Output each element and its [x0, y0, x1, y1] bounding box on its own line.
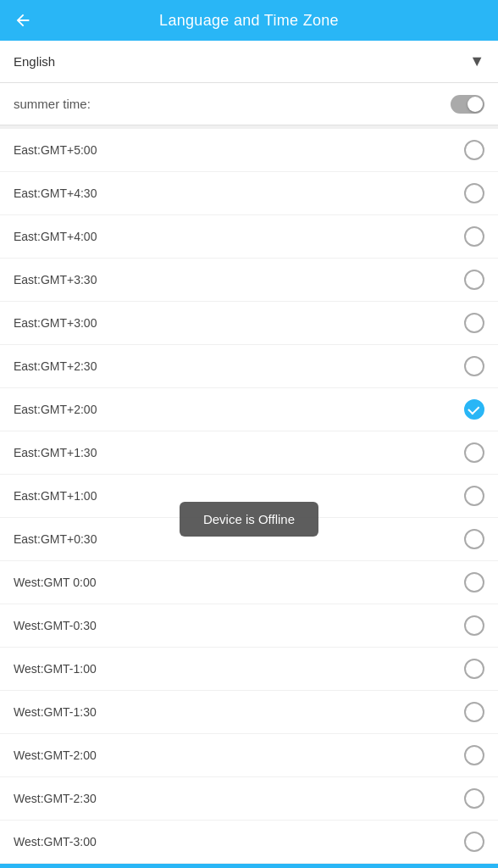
radio-button	[464, 270, 484, 290]
radio-button	[464, 572, 484, 593]
header: Language and Time Zone	[0, 0, 498, 41]
timezone-item[interactable]: West:GMT-1:30	[0, 691, 498, 733]
radio-button	[464, 183, 484, 203]
radio-button	[464, 615, 484, 636]
toggle-knob	[468, 97, 483, 112]
timezone-item[interactable]: East:GMT+5:00	[0, 129, 498, 171]
radio-button	[464, 659, 484, 679]
timezone-list: East:GMT+5:00East:GMT+4:30East:GMT+4:00E…	[0, 129, 498, 863]
timezone-label: West:GMT 0:00	[14, 576, 97, 589]
radio-button	[464, 356, 484, 376]
timezone-label: East:GMT+0:30	[14, 532, 97, 546]
radio-button	[464, 788, 484, 809]
back-button[interactable]	[14, 11, 32, 30]
footer: OK	[0, 864, 498, 868]
timezone-label: East:GMT+1:00	[14, 489, 97, 503]
timezone-item[interactable]: East:GMT+0:30	[0, 518, 498, 560]
radio-button	[464, 702, 484, 722]
summer-time-toggle[interactable]	[451, 95, 484, 114]
timezone-label: West:GMT-1:00	[14, 662, 97, 676]
timezone-label: East:GMT+1:30	[14, 446, 97, 459]
timezone-item[interactable]: East:GMT+4:30	[0, 172, 498, 214]
radio-button	[464, 226, 484, 247]
dropdown-arrow-icon: ▼	[469, 53, 484, 70]
timezone-item[interactable]: East:GMT+1:30	[0, 431, 498, 474]
timezone-item[interactable]: West:GMT-3:00	[0, 821, 498, 863]
page-title: Language and Time Zone	[159, 12, 339, 30]
timezone-label: West:GMT-2:30	[14, 792, 97, 805]
timezone-label: West:GMT-0:30	[14, 619, 97, 632]
language-value: English	[14, 54, 55, 69]
timezone-label: East:GMT+5:00	[14, 143, 97, 157]
radio-button	[464, 745, 484, 765]
timezone-item[interactable]: West:GMT 0:00	[0, 561, 498, 604]
radio-button	[464, 832, 484, 852]
summer-time-row[interactable]: summer time:	[0, 83, 498, 125]
radio-button	[464, 486, 484, 506]
timezone-label: East:GMT+3:30	[14, 273, 97, 287]
timezone-item[interactable]: West:GMT-2:30	[0, 777, 498, 820]
timezone-item[interactable]: East:GMT+3:30	[0, 259, 498, 301]
radio-button	[464, 313, 484, 333]
timezone-item[interactable]: East:GMT+3:00	[0, 302, 498, 344]
timezone-label: East:GMT+2:30	[14, 359, 97, 373]
timezone-label: East:GMT+4:00	[14, 230, 97, 243]
timezone-label: West:GMT-2:00	[14, 748, 97, 762]
timezone-item[interactable]: East:GMT+2:30	[0, 345, 498, 387]
timezone-item[interactable]: East:GMT+2:00	[0, 388, 498, 431]
radio-button	[464, 140, 484, 160]
timezone-label: East:GMT+2:00	[14, 403, 97, 416]
timezone-label: West:GMT-1:30	[14, 705, 97, 719]
timezone-item[interactable]: East:GMT+4:00	[0, 215, 498, 258]
summer-time-label: summer time:	[14, 97, 91, 111]
timezone-label: East:GMT+4:30	[14, 186, 97, 200]
language-selector[interactable]: English ▼	[0, 41, 498, 83]
radio-button	[464, 399, 484, 420]
timezone-label: West:GMT-3:00	[14, 835, 97, 849]
radio-button	[464, 529, 484, 549]
timezone-item[interactable]: West:GMT-2:00	[0, 734, 498, 776]
timezone-item[interactable]: East:GMT+1:00	[0, 475, 498, 517]
timezone-item[interactable]: West:GMT-1:00	[0, 648, 498, 690]
radio-button	[464, 442, 484, 463]
timezone-label: East:GMT+3:00	[14, 316, 97, 330]
timezone-item[interactable]: West:GMT-0:30	[0, 604, 498, 647]
